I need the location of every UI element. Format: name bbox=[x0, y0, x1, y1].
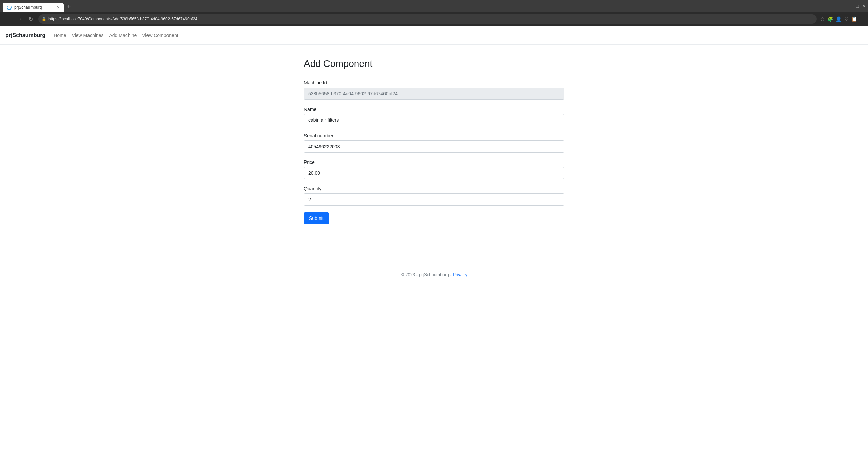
machine-id-group: Machine Id bbox=[304, 80, 564, 100]
window-minimize-button[interactable]: − bbox=[849, 4, 852, 9]
new-tab-button[interactable]: + bbox=[65, 4, 73, 11]
name-group: Name bbox=[304, 107, 564, 126]
nav-link-view-component[interactable]: View Component bbox=[142, 31, 178, 39]
browser-toolbar: ← → ↻ 🔒 https://localhost:7040/Component… bbox=[0, 12, 868, 26]
price-input[interactable] bbox=[304, 167, 564, 179]
price-group: Price bbox=[304, 159, 564, 179]
nav-link-home[interactable]: Home bbox=[54, 31, 66, 39]
serial-number-label: Serial number bbox=[304, 133, 564, 138]
name-label: Name bbox=[304, 107, 564, 112]
nav-links: Home View Machines Add Machine View Comp… bbox=[54, 31, 178, 39]
menu-button[interactable]: ⋯ bbox=[860, 16, 865, 22]
add-component-form: Machine Id Name Serial number Price Quan… bbox=[304, 80, 564, 224]
machine-id-input bbox=[304, 88, 564, 100]
price-label: Price bbox=[304, 159, 564, 165]
window-maximize-button[interactable]: □ bbox=[856, 4, 859, 9]
machine-id-label: Machine Id bbox=[304, 80, 564, 86]
browser-chrome: prjSchaumburg ✕ + − □ × ← → ↻ 🔒 https://… bbox=[0, 0, 868, 26]
name-input[interactable] bbox=[304, 114, 564, 126]
app-brand: prjSchaumburg bbox=[5, 32, 45, 38]
submit-button[interactable]: Submit bbox=[304, 212, 329, 224]
footer-text: © 2023 - prjSchaumburg - bbox=[401, 272, 452, 277]
tab-title: prjSchaumburg bbox=[14, 5, 54, 10]
tab-close-button[interactable]: ✕ bbox=[57, 5, 60, 10]
page-title: Add Component bbox=[304, 58, 564, 69]
bookmark-icon[interactable]: ☆ bbox=[820, 16, 825, 22]
extensions-icon[interactable]: 🧩 bbox=[827, 16, 833, 22]
forward-button[interactable]: → bbox=[15, 15, 24, 23]
browser-tab-bar: prjSchaumburg ✕ + − □ × bbox=[0, 0, 868, 12]
favorites-icon[interactable]: ♡ bbox=[844, 16, 849, 22]
serial-number-input[interactable] bbox=[304, 140, 564, 153]
tab-loading-spinner bbox=[7, 5, 12, 10]
window-close-button[interactable]: × bbox=[863, 4, 865, 9]
serial-number-group: Serial number bbox=[304, 133, 564, 153]
browser-toolbar-right: ☆ 🧩 👤 ♡ 📋 ⋯ bbox=[820, 16, 865, 22]
quantity-input[interactable] bbox=[304, 193, 564, 206]
profile-icon[interactable]: 👤 bbox=[836, 16, 842, 22]
collections-icon[interactable]: 📋 bbox=[851, 16, 857, 22]
quantity-label: Quantity bbox=[304, 186, 564, 191]
browser-window-controls: − □ × bbox=[849, 4, 865, 9]
nav-link-view-machines[interactable]: View Machines bbox=[72, 31, 104, 39]
browser-tab-active[interactable]: prjSchaumburg ✕ bbox=[3, 3, 64, 12]
security-icon: 🔒 bbox=[42, 17, 46, 21]
app-navbar: prjSchaumburg Home View Machines Add Mac… bbox=[0, 26, 868, 45]
address-bar[interactable]: 🔒 https://localhost:7040/Components/Add/… bbox=[38, 14, 817, 24]
back-button[interactable]: ← bbox=[3, 15, 13, 23]
site-footer: © 2023 - prjSchaumburg - Privacy bbox=[0, 265, 868, 284]
quantity-group: Quantity bbox=[304, 186, 564, 206]
nav-link-add-machine[interactable]: Add Machine bbox=[109, 31, 137, 39]
url-text: https://localhost:7040/Components/Add/53… bbox=[48, 17, 813, 21]
main-content: Add Component Machine Id Name Serial num… bbox=[298, 45, 570, 238]
reload-button[interactable]: ↻ bbox=[26, 15, 35, 24]
privacy-link[interactable]: Privacy bbox=[453, 272, 467, 277]
